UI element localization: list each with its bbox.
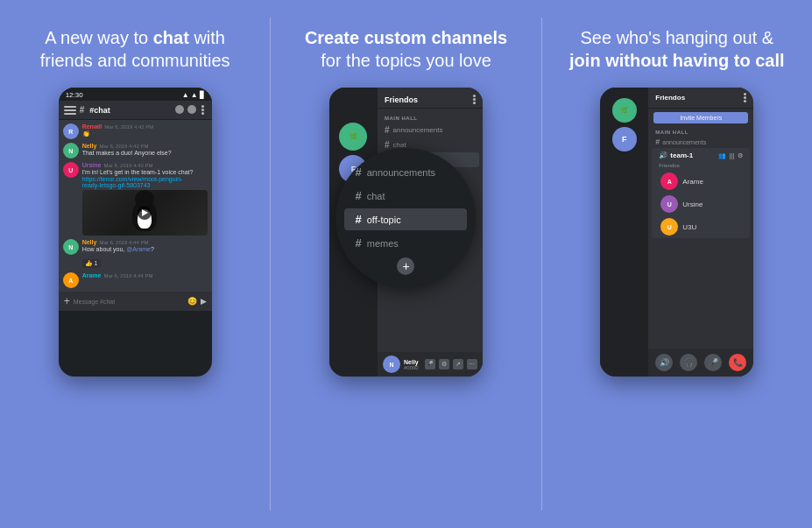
channel-overlay: # announcements # chat # off-topic # mem… [335, 148, 476, 288]
msg-text-2: That makes a duo! Anyone else? [82, 149, 208, 157]
mic-ctrl[interactable]: 🎤 [704, 354, 722, 371]
overlay-hash-2: # [355, 189, 361, 202]
overlay-name-4: memes [367, 238, 399, 249]
bars-ctrl[interactable]: ||| [730, 152, 734, 159]
server-icons-3: 🌿 F [600, 88, 648, 151]
share-icon[interactable]: ↗ [453, 359, 463, 370]
footer-username: Nelly [404, 359, 421, 365]
plus-icon[interactable]: + [64, 295, 70, 307]
announcements-label-3: announcements [662, 139, 706, 145]
search-icon[interactable] [175, 105, 184, 114]
overlay-hash-1: # [355, 165, 361, 179]
overlay-announcements[interactable]: # announcements [344, 161, 467, 183]
hash-sign: # [80, 105, 85, 115]
phone-1: 12:30 ▲ ▲ ▊ # #chat [59, 88, 212, 377]
server-menu-3[interactable] [744, 93, 746, 102]
speaker-icon-active: 🔊 [659, 151, 667, 159]
avatar-nelly2: N [63, 239, 79, 255]
msg-time-5: Mar 6, 2019 4:44 PM [103, 273, 152, 278]
hamburger-icon[interactable] [64, 106, 76, 115]
phone3-server-sidebar: 🌿 F [600, 88, 648, 377]
battery-icon: ▊ [200, 91, 205, 99]
phone1-header: # #chat [59, 101, 212, 120]
member-avatar-u3u: U [660, 218, 678, 236]
hangup-ctrl[interactable]: 📞 [729, 354, 746, 371]
message-1: R Renwil Mar 6, 2019 4:42 PM 👏 [63, 123, 208, 139]
msg-content-5: Arame Mar 6, 2019 4:44 PM [82, 272, 208, 278]
msg-header-5: Arame Mar 6, 2019 4:44 PM [82, 272, 208, 278]
member-avatar-ursine: U [660, 195, 678, 213]
status-time-1: 12:30 [66, 91, 83, 99]
send-icon[interactable]: ▶ [201, 297, 207, 306]
announcements-row[interactable]: # announcements [648, 136, 753, 148]
members-ctrl[interactable]: 👥 [718, 152, 726, 159]
more-icon[interactable] [200, 105, 207, 115]
msg-image[interactable] [82, 190, 208, 236]
username-nelly2: Nelly [82, 239, 97, 245]
panel-3: See who's hanging out &join without havi… [542, 0, 812, 528]
overlay-chat[interactable]: # chat [344, 185, 467, 207]
panel-3-title: See who's hanging out &join without havi… [569, 26, 785, 72]
voice-member-ursine[interactable]: U Ursine [652, 193, 750, 215]
message-5: A Arame Mar 6, 2019 4:44 PM [63, 272, 208, 288]
panel-2-title: Create custom channelsfor the topics you… [305, 26, 507, 72]
voice-server-name: Friendos [655, 94, 685, 102]
username-renwil: Renwil [82, 123, 102, 130]
message-2: N Nelly Mar 6, 2019 4:42 PM That makes a… [63, 143, 208, 158]
msg-content-2: Nelly Mar 6, 2019 4:42 PM That makes a d… [82, 143, 208, 157]
msg-header-4: Nelly Mar 6, 2019 4:44 PM [82, 239, 208, 245]
invite-members-btn[interactable]: Invite Members [653, 112, 748, 123]
avatar-renwil: R [63, 123, 79, 139]
voice-ctrl-row: 👥 ||| ⚙ [718, 152, 743, 159]
members-icon[interactable] [187, 105, 196, 114]
channel-announcements[interactable]: # announcements [378, 123, 483, 137]
username-arame: Arame [82, 272, 102, 278]
overlay-add-btn[interactable]: + [397, 257, 414, 275]
footer-tag: #0000 [404, 365, 421, 370]
hash-3-1: # [655, 137, 660, 146]
header-icons [175, 105, 207, 115]
overlay-name-3: off-topic [367, 215, 401, 225]
username-nelly1: Nelly [82, 143, 97, 149]
headset-ctrl[interactable]: 🎧 [680, 354, 697, 371]
play-button[interactable] [138, 206, 152, 220]
phone3-footer: 🔊 🎧 🎤 📞 [648, 348, 753, 377]
more-options-icon[interactable]: ⋯ [467, 359, 477, 370]
emoji-icon[interactable]: 😊 [187, 297, 197, 306]
phone2-footer: N Nelly #0000 🎤 ⚙ ↗ ⋯ [378, 352, 483, 377]
chat-messages: R Renwil Mar 6, 2019 4:42 PM 👏 N Ne [59, 120, 212, 292]
server-icon-3-2[interactable]: F [612, 127, 637, 151]
overlay-memes[interactable]: # memes [344, 232, 467, 254]
mic-icon[interactable]: 🎤 [425, 359, 435, 370]
message-input[interactable]: Message #chat [74, 299, 184, 305]
msg-header-2: Nelly Mar 6, 2019 4:42 PM [82, 143, 208, 149]
server-icon-1[interactable]: 🌿 [339, 123, 367, 151]
settings-icon[interactable]: ⚙ [439, 359, 449, 370]
server-name-2: Friendos [385, 95, 418, 104]
username-ursine: Ursine [82, 162, 102, 168]
status-icons-1: ▲ ▲ ▊ [182, 91, 205, 99]
msg-text-4: How about you, @Arame? [82, 245, 208, 253]
section-label-main: MAIN HALL [648, 127, 753, 136]
voice-member-arame[interactable]: A Arame [652, 170, 750, 193]
server-icon-3-1[interactable]: 🌿 [612, 98, 637, 123]
reaction-thumbsup[interactable]: 👍 1 [82, 259, 101, 268]
voice-member-u3u[interactable]: U U3U [652, 215, 750, 238]
overlay-hash-3: # [355, 213, 361, 226]
hash-icon-ann: # [385, 125, 390, 135]
msg-link[interactable]: https://tenor.com/view/moot-penguin-read… [82, 176, 208, 188]
phone3-channels-area: Friendos Invite Members MAIN HALL # anno… [648, 88, 753, 377]
member-name-arame: Arame [682, 178, 703, 186]
message-3: U Ursine Mar 6, 2019 4:43 PM I'm in! Let… [63, 162, 208, 236]
settings-ctrl[interactable]: ⚙ [738, 152, 743, 159]
server-menu-icon[interactable] [473, 95, 476, 104]
channel-name-ann: announcements [393, 126, 443, 134]
footer-user-info: Nelly #0000 [404, 359, 421, 370]
msg-header-3: Ursine Mar 6, 2019 4:43 PM [82, 162, 208, 168]
member-avatar-arame: A [660, 172, 678, 190]
msg-content-3: Ursine Mar 6, 2019 4:43 PM I'm in! Let's… [82, 162, 208, 236]
member-name-u3u: U3U [682, 223, 696, 231]
active-voice-name: team-1 [670, 151, 716, 159]
overlay-off-topic[interactable]: # off-topic [344, 208, 467, 230]
volume-ctrl[interactable]: 🔊 [655, 354, 673, 371]
